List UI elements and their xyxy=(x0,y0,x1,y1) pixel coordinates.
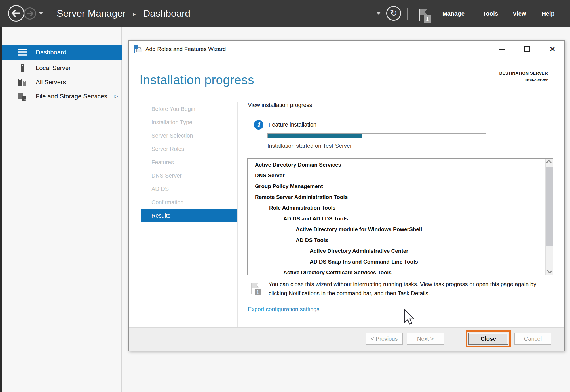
step-confirmation: Confirmation xyxy=(141,196,237,209)
all-servers-icon xyxy=(18,78,27,87)
sidebar: Dashboard Local Server All Servers File … xyxy=(2,27,122,392)
list-item: Group Policy Management xyxy=(248,181,545,192)
scrollbar-thumb[interactable] xyxy=(546,167,553,246)
sidebar-item-local-server[interactable]: Local Server xyxy=(2,61,122,75)
destination-server-name: Test-Server xyxy=(499,77,548,82)
refresh-icon: ↻ xyxy=(390,7,397,20)
sidebar-item-all-servers[interactable]: All Servers xyxy=(2,75,122,89)
local-server-icon xyxy=(18,64,27,72)
breadcrumb-app[interactable]: Server Manager xyxy=(57,8,126,19)
previous-button[interactable]: < Previous xyxy=(366,333,403,345)
step-dns-server: DNS Server xyxy=(141,169,237,182)
progress-status-text: Installation started on Test-Server xyxy=(267,143,352,149)
export-configuration-settings-link[interactable]: Export configuration settings xyxy=(248,306,319,313)
list-item: Active Directory Administrative Center xyxy=(248,246,545,256)
installed-features-list[interactable]: Active Directory Domain Services DNS Ser… xyxy=(247,158,553,275)
page-title: Installation progress xyxy=(140,73,254,87)
dashboard-grid-icon xyxy=(18,48,27,57)
close-icon: ✕ xyxy=(549,45,556,54)
menu-view[interactable]: View xyxy=(513,0,526,27)
breadcrumb-separator-icon: ▸ xyxy=(133,11,136,17)
notification-flag-icon: 1 xyxy=(249,282,262,299)
task-label: Feature installation xyxy=(269,121,316,128)
close-window-button[interactable]: ✕ xyxy=(544,41,561,58)
wizard-app-icon xyxy=(134,45,142,53)
list-item: Role Administration Tools xyxy=(248,203,545,213)
step-before-you-begin: Before You Begin xyxy=(141,102,237,116)
topbar-caret-icon[interactable] xyxy=(376,12,381,15)
sidebar-item-label: Local Server xyxy=(36,61,71,75)
list-item: Remote Server Administration Tools xyxy=(248,192,545,203)
maximize-icon xyxy=(524,46,530,52)
scroll-up-button[interactable] xyxy=(546,159,553,166)
refresh-button[interactable]: ↻ xyxy=(386,6,401,21)
progress-bar xyxy=(267,133,486,138)
list-item: AD DS Tools xyxy=(248,235,545,246)
expand-arrow-icon[interactable]: ▷ xyxy=(114,89,118,104)
info-icon: i xyxy=(254,120,263,130)
list-item: AD DS Snap-Ins and Command-Line Tools xyxy=(248,256,545,267)
sidebar-item-label: All Servers xyxy=(36,75,66,89)
list-scrollbar[interactable] xyxy=(545,159,553,275)
chevron-up-icon xyxy=(546,160,552,166)
forward-button[interactable] xyxy=(24,7,36,20)
feature-rows: Active Directory Domain Services DNS Ser… xyxy=(248,159,545,275)
add-roles-features-wizard-dialog: Add Roles and Features Wizard ✕ Installa… xyxy=(128,40,565,351)
nav-history-caret-icon[interactable] xyxy=(39,12,43,15)
notification-count-badge: 1 xyxy=(426,16,429,22)
destination-server-label: DESTINATION SERVER xyxy=(499,71,548,75)
section-title: View installation progress xyxy=(248,102,312,108)
menu-tools[interactable]: Tools xyxy=(483,0,498,27)
steps-separator xyxy=(237,102,238,327)
sidebar-item-label: File and Storage Services xyxy=(36,89,107,104)
minimize-button[interactable] xyxy=(493,41,510,58)
dialog-title: Add Roles and Features Wizard xyxy=(145,41,226,58)
scroll-down-button[interactable] xyxy=(546,267,553,275)
sidebar-item-file-storage-services[interactable]: File and Storage Services ▷ xyxy=(2,89,122,104)
sidebar-item-label: Dashboard xyxy=(36,45,66,60)
list-item: Active Directory module for Windows Powe… xyxy=(248,224,545,235)
step-server-roles: Server Roles xyxy=(141,142,237,156)
topbar-divider xyxy=(407,8,408,20)
step-features: Features xyxy=(141,156,237,169)
step-installation-type: Installation Type xyxy=(141,116,237,129)
breadcrumb-page[interactable]: Dashboard xyxy=(143,8,190,19)
notifications-flag-icon[interactable]: 1 xyxy=(416,6,433,23)
step-results[interactable]: Results xyxy=(141,209,237,222)
menu-help[interactable]: Help xyxy=(542,0,555,27)
wizard-steps-nav: Before You Begin Installation Type Serve… xyxy=(141,102,237,222)
note-text: You can close this wizard without interr… xyxy=(269,280,548,298)
maximize-button[interactable] xyxy=(518,41,535,58)
list-item: Active Directory Certificate Services To… xyxy=(248,267,545,275)
chevron-down-icon xyxy=(547,268,552,274)
step-server-selection: Server Selection xyxy=(141,129,237,142)
sidebar-item-dashboard[interactable]: Dashboard xyxy=(2,45,122,60)
dialog-titlebar[interactable]: Add Roles and Features Wizard ✕ xyxy=(129,41,564,58)
menu-manage[interactable]: Manage xyxy=(442,0,465,27)
file-storage-icon xyxy=(18,92,27,101)
destination-server-block: DESTINATION SERVER Test-Server xyxy=(499,71,548,82)
list-item: DNS Server xyxy=(248,170,545,181)
list-item: AD DS and AD LDS Tools xyxy=(248,213,545,224)
topbar: Server Manager ▸ Dashboard ↻ 1 Manage To… xyxy=(0,0,570,27)
forward-arrow-icon xyxy=(26,10,34,17)
note-badge: 1 xyxy=(257,290,259,295)
back-arrow-icon xyxy=(11,9,21,18)
step-ad-ds: AD DS xyxy=(141,182,237,196)
breadcrumb: Server Manager ▸ Dashboard xyxy=(57,0,190,27)
close-button[interactable]: Close xyxy=(468,333,508,345)
list-item: Active Directory Domain Services xyxy=(248,159,545,170)
back-button[interactable] xyxy=(8,5,24,22)
next-button[interactable]: Next > xyxy=(407,333,444,345)
progress-bar-fill xyxy=(268,134,362,138)
minimize-icon xyxy=(499,49,505,50)
cancel-button[interactable]: Cancel xyxy=(514,333,551,345)
